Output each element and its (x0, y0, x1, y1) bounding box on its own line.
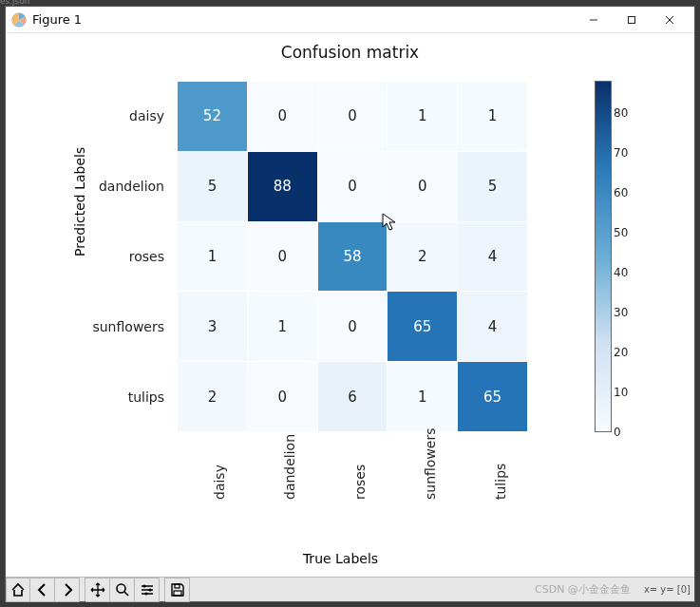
heatmap: 520011588005105824310654206165 (177, 81, 528, 432)
heatmap-cell: 2 (178, 362, 248, 432)
zoom-button[interactable] (110, 578, 135, 602)
x-tick-label: daisy (212, 437, 227, 507)
heatmap-cell: 0 (388, 151, 458, 221)
heatmap-cell: 1 (458, 82, 528, 152)
x-tick-label: dandelion (282, 437, 297, 507)
svg-point-2 (117, 584, 125, 593)
x-tick-label: sunflowers (423, 437, 438, 507)
heatmap-cell: 5 (458, 151, 528, 221)
home-icon (10, 582, 26, 598)
sliders-icon (140, 582, 155, 598)
y-tick-labels: daisydandelionrosessunflowerstulips (6, 81, 172, 432)
svg-rect-7 (174, 591, 181, 596)
svg-point-5 (144, 592, 147, 595)
arrow-left-icon (35, 582, 50, 598)
heatmap-cell: 4 (458, 221, 528, 292)
x-tick-label: tulips (493, 437, 508, 507)
x-tick-label: roses (352, 437, 368, 507)
svg-point-3 (142, 584, 145, 587)
colorbar-tick: 70 (614, 146, 628, 160)
colorbar-tick: 80 (614, 106, 628, 120)
matplotlib-toolbar: CSDN @小金金金鱼 x= y= [0] (6, 577, 694, 601)
heatmap-cell: 0 (247, 362, 317, 432)
window-title: Figure 1 (32, 12, 82, 27)
y-axis-title: Predicted Labels (72, 147, 87, 256)
colorbar-tick: 20 (614, 346, 628, 359)
y-tick-label: roses (6, 221, 172, 292)
heatmap-cell: 1 (247, 292, 317, 362)
pan-button[interactable] (85, 578, 110, 602)
coord-status: x= y= [0] (640, 584, 694, 595)
window-titlebar: Figure 1 (6, 7, 694, 33)
move-icon (90, 582, 105, 598)
y-tick-label: sunflowers (6, 292, 172, 362)
colorbar (595, 81, 612, 432)
heatmap-cell: 0 (317, 82, 388, 152)
back-button[interactable] (30, 578, 55, 602)
heatmap-cell: 2 (388, 221, 458, 292)
heatmap-cell: 1 (388, 362, 458, 432)
svg-rect-1 (629, 16, 635, 23)
matplotlib-icon (11, 12, 27, 28)
heatmap-cell: 3 (178, 292, 248, 362)
home-button[interactable] (6, 578, 30, 602)
heatmap-cell: 0 (317, 292, 388, 362)
x-axis-title: True Labels (6, 551, 699, 566)
heatmap-cell: 0 (317, 151, 388, 221)
chart-title: Confusion matrix (6, 33, 694, 62)
arrow-right-icon (60, 582, 75, 598)
figure-window: Figure 1 Confusion matrix daisydandelion… (5, 6, 695, 602)
heatmap-cell: 65 (458, 362, 528, 432)
colorbar-tick: 40 (614, 266, 628, 279)
window-minimize-button[interactable] (575, 7, 613, 33)
colorbar-tick: 0 (614, 426, 621, 439)
heatmap-cell: 65 (388, 292, 458, 362)
y-tick-label: dandelion (6, 151, 172, 221)
svg-rect-6 (175, 584, 180, 588)
heatmap-cell: 88 (247, 151, 317, 221)
heatmap-cell: 52 (178, 82, 248, 152)
colorbar-tick: 50 (614, 226, 628, 239)
save-button[interactable] (165, 578, 190, 602)
watermark-text: CSDN @小金金金鱼 (535, 582, 640, 597)
colorbar-tick: 10 (614, 386, 628, 399)
heatmap-cell: 5 (178, 151, 248, 221)
colorbar-tick: 30 (614, 306, 628, 319)
heatmap-cell: 0 (247, 221, 317, 292)
svg-point-4 (148, 588, 151, 591)
heatmap-cell: 0 (247, 82, 317, 152)
colorbar-tick: 60 (614, 186, 628, 199)
heatmap-cell: 58 (317, 221, 388, 292)
y-tick-label: daisy (6, 81, 172, 151)
heatmap-cell: 1 (388, 82, 458, 152)
heatmap-cell: 1 (178, 221, 248, 292)
colorbar-ticks: 01020304050607080 (614, 81, 652, 432)
y-tick-label: tulips (6, 362, 172, 432)
configure-button[interactable] (135, 578, 160, 602)
window-close-button[interactable] (651, 7, 689, 33)
save-icon (170, 582, 185, 598)
window-maximize-button[interactable] (613, 7, 651, 33)
zoom-icon (115, 582, 130, 598)
heatmap-cell: 4 (458, 292, 528, 362)
heatmap-cell: 6 (317, 362, 388, 432)
forward-button[interactable] (55, 578, 80, 602)
x-tick-labels: daisydandelionrosessunflowerstulips (177, 437, 528, 541)
plot-canvas[interactable]: Confusion matrix daisydandelionrosessunf… (6, 33, 694, 577)
